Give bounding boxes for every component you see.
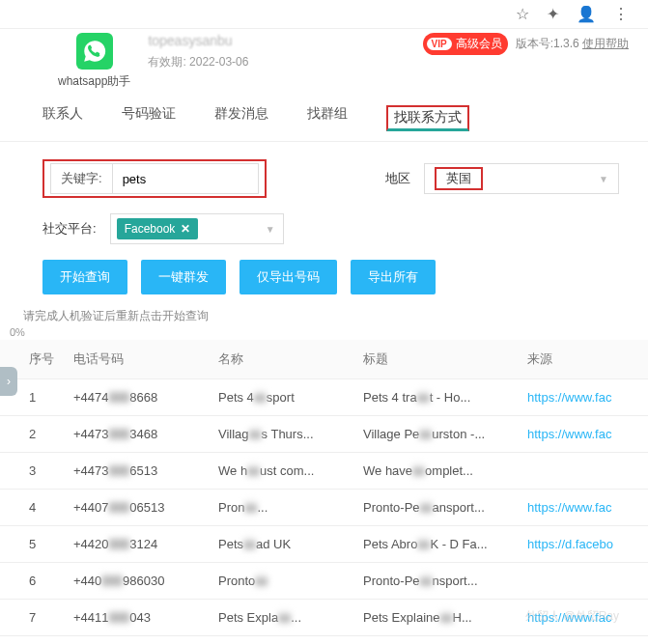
filter-panel: 关键字: 地区 英国 ▼ 社交平台: Facebook✕ ▼ 开始查询 一键群发… <box>0 142 648 302</box>
cell-title: Pets 4 traxxt - Ho... <box>353 379 518 416</box>
table-row: 5+44200003124Petsxxad UKPets AbroxxK - D… <box>0 526 648 563</box>
hint-text: 请完成人机验证后重新点击开始查询 <box>0 302 648 326</box>
keyword-input[interactable] <box>113 164 258 193</box>
watermark: 外贸人 @外贸Ray <box>525 608 619 625</box>
platform-chip[interactable]: Facebook✕ <box>117 218 199 239</box>
cell-name: We hxxust com... <box>209 453 353 490</box>
cell-index: 5 <box>0 526 64 563</box>
table-row: 1+44740008668Pets 4xxsportPets 4 traxxt … <box>0 379 648 416</box>
cell-phone: +440000986030 <box>64 563 209 600</box>
source-link[interactable]: https://www.fac <box>527 427 611 441</box>
tab-2[interactable]: 群发消息 <box>214 105 268 141</box>
keyword-field: 关键字: <box>50 163 259 194</box>
cell-name: Pets Explaxx... <box>209 600 353 636</box>
keyword-label: 关键字: <box>51 164 113 193</box>
cell-title: Pronto-Pexxnsport... <box>353 563 518 600</box>
cell-phone: +44730003468 <box>64 416 209 453</box>
cell-index: 6 <box>0 563 64 600</box>
cell-title: Village Pexxurston -... <box>353 416 518 453</box>
cell-index: 3 <box>0 453 64 490</box>
app-name: whatsapp助手 <box>58 73 130 90</box>
cell-source: https://d.facebo <box>518 526 648 563</box>
cell-index: 4 <box>0 490 64 526</box>
table-row: 4+440700006513Pronxx...Pronto-Pexxanspor… <box>0 490 648 526</box>
browser-toolbar: ☆ ✦ 👤 ⋮ <box>0 0 648 29</box>
cell-source <box>518 453 648 490</box>
column-header: 来源 <box>518 340 648 379</box>
expire-text: 有效期: 2022-03-06 <box>148 54 405 70</box>
region-select[interactable]: 英国 ▼ <box>425 164 618 193</box>
app-header: whatsapp助手 topeasysanbu 有效期: 2022-03-06 … <box>0 29 648 98</box>
cell-phone: +44740008668 <box>64 379 209 416</box>
table-row: 3+44730006513We hxxust com...We havexxom… <box>0 453 648 490</box>
cell-source: https://www.fac <box>518 490 648 526</box>
column-header: 名称 <box>209 340 353 379</box>
tab-3[interactable]: 找群组 <box>307 105 348 141</box>
version-text: 版本号:1.3.6 使用帮助 <box>516 36 629 52</box>
table-row: 6+440000986030ProntoxxPronto-Pexxnsport.… <box>0 563 648 600</box>
product-name: topeasysanbu <box>148 33 405 48</box>
chevron-down-icon: ▼ <box>599 174 608 184</box>
results-table: 序号电话号码名称标题来源 1+44740008668Pets 4xxsportP… <box>0 340 648 636</box>
menu-icon[interactable]: ⋮ <box>613 5 629 23</box>
cell-phone: +44200003124 <box>64 526 209 563</box>
column-header: 标题 <box>353 340 518 379</box>
tab-bar: 联系人号码验证群发消息找群组找联系方式 <box>0 98 648 142</box>
tab-4[interactable]: 找联系方式 <box>386 105 469 141</box>
side-expand-tab[interactable]: › <box>0 367 17 396</box>
extensions-icon[interactable]: ✦ <box>547 5 559 23</box>
region-label: 地区 <box>385 170 410 187</box>
vip-badge: VIP高级会员 <box>423 33 508 55</box>
export-numbers-button[interactable]: 仅导出号码 <box>239 260 337 294</box>
chevron-down-icon: ▼ <box>266 224 275 235</box>
cell-source <box>518 563 648 600</box>
cell-phone: +44730006513 <box>64 453 209 490</box>
cell-index: 2 <box>0 416 64 453</box>
cell-name: Villagxxs Thurs... <box>209 416 353 453</box>
cell-title: We havexxomplet... <box>353 453 518 490</box>
star-icon[interactable]: ☆ <box>516 5 529 23</box>
cell-name: Pronxx... <box>209 490 353 526</box>
cell-source: https://www.fac <box>518 416 648 453</box>
close-icon[interactable]: ✕ <box>181 222 190 236</box>
cell-name: Pets 4xxsport <box>209 379 353 416</box>
cell-phone: +4411000043 <box>64 600 209 636</box>
source-link[interactable]: https://www.fac <box>527 500 611 515</box>
tab-1[interactable]: 号码验证 <box>122 105 176 141</box>
tab-0[interactable]: 联系人 <box>42 105 83 141</box>
cell-title: Pets AbroxxK - D Fa... <box>353 526 518 563</box>
source-link[interactable]: https://d.facebo <box>527 537 613 551</box>
cell-source: https://www.fac <box>518 379 648 416</box>
cell-index: 7 <box>0 600 64 636</box>
whatsapp-logo-icon <box>76 33 113 70</box>
cell-title: Pets ExplainexxH... <box>353 600 518 636</box>
cell-title: Pronto-Pexxansport... <box>353 490 518 526</box>
platform-label: 社交平台: <box>42 220 97 238</box>
cell-phone: +440700006513 <box>64 490 209 526</box>
table-row: 2+44730003468Villagxxs Thurs...Village P… <box>0 416 648 453</box>
cell-name: Prontoxx <box>209 563 353 600</box>
cell-name: Petsxxad UK <box>209 526 353 563</box>
start-query-button[interactable]: 开始查询 <box>42 260 127 294</box>
bulk-send-button[interactable]: 一键群发 <box>141 260 226 294</box>
source-link[interactable]: https://www.fac <box>527 390 611 405</box>
user-icon[interactable]: 👤 <box>577 5 596 23</box>
progress-text: 0% <box>0 326 648 338</box>
export-all-button[interactable]: 导出所有 <box>351 260 436 294</box>
help-link[interactable]: 使用帮助 <box>582 37 629 50</box>
column-header: 电话号码 <box>64 340 209 379</box>
